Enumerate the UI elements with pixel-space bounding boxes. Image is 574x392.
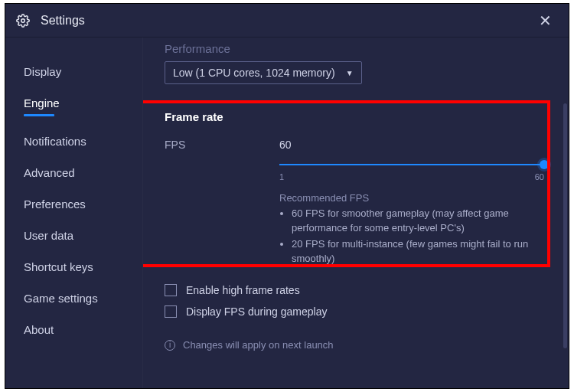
sidebar: Display Engine Notifications Advanced Pr…: [5, 38, 143, 388]
checkbox-label: Display FPS during gameplay: [186, 305, 327, 318]
recommended-fps-title: Recommended FPS: [279, 192, 544, 204]
launch-notice: i Changes will apply on next launch: [165, 339, 547, 351]
dropdown-value: Low (1 CPU cores, 1024 memory): [173, 67, 335, 79]
info-icon: i: [165, 340, 175, 351]
sidebar-item-label: Engine: [24, 96, 60, 109]
frame-rate-section: Frame rate FPS 60 1 60 Recommended F: [165, 110, 547, 267]
chevron-down-icon: ▼: [346, 69, 354, 77]
recommended-item: 20 FPS for multi-instance (few games mig…: [292, 237, 544, 266]
titlebar: Settings ✕: [5, 4, 569, 38]
settings-window: Settings ✕ Display Engine Notifications …: [5, 3, 569, 389]
recommended-item: 60 FPS for smoother gameplay (may affect…: [292, 207, 544, 236]
sidebar-item-advanced[interactable]: Advanced: [5, 157, 142, 188]
sidebar-item-label: Game settings: [24, 292, 98, 305]
notice-text: Changes will apply on next launch: [183, 339, 334, 351]
checkbox-label: Enable high frame rates: [186, 284, 300, 296]
slider-min-label: 1: [279, 172, 284, 181]
sidebar-item-label: Notifications: [24, 135, 86, 148]
sidebar-item-label: Preferences: [24, 198, 86, 211]
sidebar-item-label: Display: [24, 65, 61, 78]
close-button[interactable]: ✕: [533, 8, 558, 33]
sidebar-item-notifications[interactable]: Notifications: [5, 126, 142, 157]
sidebar-item-display[interactable]: Display: [5, 56, 142, 87]
slider-thumb-icon[interactable]: [540, 160, 549, 169]
window-title: Settings: [41, 14, 85, 28]
display-fps-checkbox[interactable]: Display FPS during gameplay: [165, 305, 547, 318]
sidebar-item-engine[interactable]: Engine: [5, 87, 142, 126]
gear-icon: [16, 14, 30, 28]
fps-label: FPS: [165, 139, 279, 151]
recommended-fps-list: 60 FPS for smoother gameplay (may affect…: [279, 207, 544, 266]
sidebar-item-user-data[interactable]: User data: [5, 220, 142, 251]
sidebar-item-label: About: [24, 323, 54, 336]
sidebar-item-preferences[interactable]: Preferences: [5, 188, 142, 220]
sidebar-item-about[interactable]: About: [5, 314, 142, 345]
sidebar-item-shortcut-keys[interactable]: Shortcut keys: [5, 251, 142, 283]
slider-max-label: 60: [535, 172, 544, 181]
sidebar-item-game-settings[interactable]: Game settings: [5, 283, 142, 314]
checkbox-icon: [165, 284, 177, 296]
svg-point-0: [21, 18, 25, 22]
frame-rate-title: Frame rate: [165, 110, 547, 123]
content-area: Performance Low (1 CPU cores, 1024 memor…: [143, 38, 569, 388]
fps-slider[interactable]: [279, 158, 544, 171]
checkbox-icon: [165, 305, 177, 318]
sidebar-item-label: Advanced: [24, 166, 75, 179]
enable-high-frame-rates-checkbox[interactable]: Enable high frame rates: [165, 284, 547, 296]
scrollbar[interactable]: [563, 103, 567, 348]
performance-dropdown[interactable]: Low (1 CPU cores, 1024 memory) ▼: [165, 61, 362, 84]
performance-heading: Performance: [165, 42, 547, 55]
sidebar-item-label: Shortcut keys: [24, 260, 93, 273]
fps-value: 60: [279, 139, 544, 151]
sidebar-item-label: User data: [24, 229, 73, 242]
